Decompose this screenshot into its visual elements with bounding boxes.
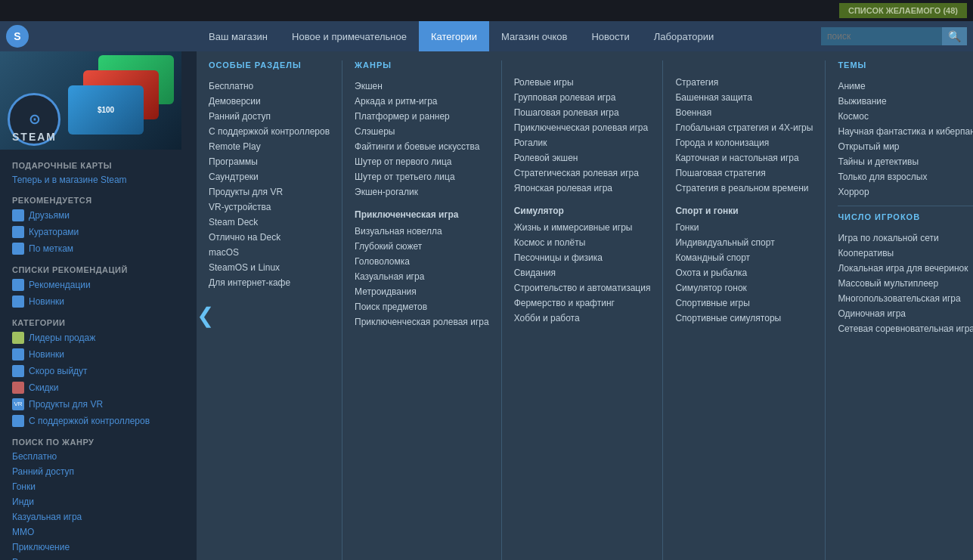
mega-item-vr-products[interactable]: Продукты для VR xyxy=(209,184,330,200)
search-input[interactable] xyxy=(821,27,942,45)
mega-item-metroidvania[interactable]: Метроидвания xyxy=(355,284,489,299)
mega-item-open-world[interactable]: Открытый мир xyxy=(838,139,973,154)
mega-item-farming[interactable]: Фермерство и крафтинг xyxy=(514,295,651,311)
sidebar-genre-indie[interactable]: Инди xyxy=(0,494,197,509)
mega-item-tps[interactable]: Шутер от третьего лица xyxy=(355,169,489,184)
mega-item-tower-defense[interactable]: Башенная защита xyxy=(675,90,813,105)
wishlist-button[interactable]: СПИСОК ЖЕЛАЕМОГО (48) xyxy=(839,3,967,18)
mega-item-rpg[interactable]: Ролевые игры xyxy=(514,75,651,90)
mega-item-card-game[interactable]: Карточная и настольная игра xyxy=(675,150,813,166)
mega-item-competitive[interactable]: Сетевая соревновательная игра xyxy=(838,321,973,336)
mega-item-visual-novel[interactable]: Визуальная новелла xyxy=(355,224,489,239)
mega-item-horror[interactable]: Хоррор xyxy=(838,184,973,200)
mega-item-adult[interactable]: Только для взрослых xyxy=(838,169,973,184)
mega-item-macos[interactable]: macOS xyxy=(209,245,330,260)
mega-item-action-rpg[interactable]: Ролевой экшен xyxy=(514,150,651,166)
mega-item-arcade[interactable]: Аркада и ритм-игра xyxy=(355,94,489,109)
mega-item-vr-devices[interactable]: VR-устройства xyxy=(209,200,330,215)
sidebar-genre-early-access[interactable]: Ранний доступ xyxy=(0,464,197,479)
mega-item-fps[interactable]: Шутер от первого лица xyxy=(355,154,489,169)
mega-item-rts[interactable]: Стратегия в реальном времени xyxy=(675,181,813,196)
mega-item-sci-fi[interactable]: Научная фантастика и киберпанк xyxy=(838,124,973,139)
nav-tab-points[interactable]: Магазин очков xyxy=(489,21,579,51)
mega-item-sports-sims[interactable]: Спортивные симуляторы xyxy=(675,311,813,326)
sidebar-genre-casual[interactable]: Казуальная игра xyxy=(0,509,197,524)
mega-item-strategy-rpg[interactable]: Стратегическая ролевая игра xyxy=(514,166,651,181)
sidebar-genre-adventure[interactable]: Приключение xyxy=(0,540,197,555)
nav-tab-news[interactable]: Новости xyxy=(579,21,641,51)
mega-item-casual[interactable]: Казуальная игра xyxy=(355,269,489,284)
mega-item-coop[interactable]: Кооперативы xyxy=(838,246,973,261)
mega-item-item-search[interactable]: Поиск предметов xyxy=(355,299,489,314)
nav-tab-your-store[interactable]: Ваш магазин xyxy=(197,21,280,51)
mega-item-grand-strategy[interactable]: Глобальная стратегия и 4Х-игры xyxy=(675,120,813,135)
sidebar-genre-mmo[interactable]: MMO xyxy=(0,524,197,540)
nav-tab-labs[interactable]: Лаборатории xyxy=(642,21,726,51)
mega-item-racing[interactable]: Гонки xyxy=(675,220,813,235)
mega-item-great-on-deck[interactable]: Отлично на Deck xyxy=(209,230,330,245)
sidebar-item-friends[interactable]: Друзьями xyxy=(0,207,197,224)
sidebar-genre-racing[interactable]: Гонки xyxy=(0,479,197,494)
mega-item-multiplayer[interactable]: Многопользовательская игра xyxy=(838,291,973,306)
mega-item-lan[interactable]: Игра по локальной сети xyxy=(838,230,973,246)
mega-item-team-sport[interactable]: Командный спорт xyxy=(675,250,813,265)
mega-item-mmo2[interactable]: Массовый мультиплеер xyxy=(838,276,973,291)
mega-item-turn-rpg[interactable]: Пошаговая ролевая игра xyxy=(514,105,651,120)
mega-item-local-party[interactable]: Локальная игра для вечеринок xyxy=(838,261,973,276)
sidebar-item-controller[interactable]: С поддержкой контроллеров xyxy=(0,413,197,429)
mega-item-software[interactable]: Программы xyxy=(209,154,330,169)
mega-item-internet-cafe[interactable]: Для интернет-кафе xyxy=(209,275,330,290)
nav-tab-new[interactable]: Новое и примечательное xyxy=(280,21,419,51)
nav-tab-categories[interactable]: Категории xyxy=(419,21,489,51)
sidebar-item-new[interactable]: Новинки xyxy=(0,293,197,310)
mega-item-life-sim[interactable]: Жизнь и иммерсивные игры xyxy=(514,220,651,235)
mega-item-free[interactable]: Бесплатно xyxy=(209,79,330,94)
mega-item-building[interactable]: Строительство и автоматизация xyxy=(514,280,651,295)
mega-item-sports-games[interactable]: Спортивные игры xyxy=(675,295,813,311)
mega-item-action[interactable]: Экшен xyxy=(355,79,489,94)
sidebar-item-vr[interactable]: VR Продукты для VR xyxy=(0,396,197,413)
mega-item-hunting-fishing[interactable]: Охота и рыбалка xyxy=(675,265,813,280)
mega-item-story-rich[interactable]: Глубокий сюжет xyxy=(355,239,489,254)
mega-item-space-flight[interactable]: Космос и полёты xyxy=(514,235,651,250)
mega-item-singleplayer[interactable]: Одиночная игра xyxy=(838,306,973,321)
mega-item-mystery[interactable]: Тайны и детективы xyxy=(838,154,973,169)
mega-item-slasher[interactable]: Слэшеры xyxy=(355,124,489,139)
mega-item-jrpg[interactable]: Японская ролевая игра xyxy=(514,181,651,196)
mega-item-hobbies[interactable]: Хобби и работа xyxy=(514,311,651,326)
sidebar-item-bestsellers[interactable]: Лидеры продаж xyxy=(0,330,197,346)
mega-item-steam-deck[interactable]: Steam Deck xyxy=(209,215,330,230)
mega-item-platformer[interactable]: Платформер и раннер xyxy=(355,109,489,124)
sidebar-gift-cards-link[interactable]: Теперь и в магазине Steam xyxy=(0,172,197,187)
mega-item-anime[interactable]: Аниме xyxy=(838,79,973,94)
mega-item-individual-sport[interactable]: Индивидуальный спорт xyxy=(675,235,813,250)
mega-item-roguelike[interactable]: Рогалик xyxy=(514,135,651,150)
carousel-left-arrow[interactable]: ❮ xyxy=(197,303,214,328)
search-button[interactable]: 🔍 xyxy=(942,27,967,45)
mega-item-survival[interactable]: Выживание xyxy=(838,94,973,109)
sidebar-item-new-releases[interactable]: Новинки xyxy=(0,346,197,363)
mega-item-early-access[interactable]: Ранний доступ xyxy=(209,109,330,124)
mega-item-dating[interactable]: Свидания xyxy=(514,265,651,280)
mega-item-group-rpg[interactable]: Групповая ролевая игра xyxy=(514,90,651,105)
mega-item-space[interactable]: Космос xyxy=(838,109,973,124)
sidebar-genre-rpg[interactable]: Ролевая игра xyxy=(0,555,197,560)
sidebar-item-recommendations[interactable]: Рекомендации xyxy=(0,277,197,293)
mega-item-demos[interactable]: Демоверсии xyxy=(209,94,330,109)
mega-item-soundtracks[interactable]: Саундтреки xyxy=(209,169,330,184)
mega-item-adventure-rpg[interactable]: Приключенческая ролевая игра xyxy=(355,314,489,330)
mega-item-controller-support[interactable]: С поддержкой контроллеров xyxy=(209,124,330,139)
mega-item-roguelite[interactable]: Экшен-рогалик xyxy=(355,184,489,200)
mega-item-military[interactable]: Военная xyxy=(675,105,813,120)
sidebar-genre-free[interactable]: Бесплатно xyxy=(0,449,197,464)
mega-item-puzzle[interactable]: Головоломка xyxy=(355,254,489,269)
sidebar-item-discounts[interactable]: Скидки xyxy=(0,379,197,396)
mega-item-sandbox[interactable]: Песочницы и физика xyxy=(514,250,651,265)
mega-item-racing-sim[interactable]: Симулятор гонок xyxy=(675,280,813,295)
mega-item-strategy[interactable]: Стратегия xyxy=(675,75,813,90)
mega-item-turn-strategy[interactable]: Пошаговая стратегия xyxy=(675,166,813,181)
mega-item-adventure-rpg2[interactable]: Приключенческая ролевая игра xyxy=(514,120,651,135)
mega-item-remote-play[interactable]: Remote Play xyxy=(209,139,330,154)
mega-item-city-builder[interactable]: Города и колонизация xyxy=(675,135,813,150)
sidebar-item-curators[interactable]: Кураторами xyxy=(0,224,197,240)
